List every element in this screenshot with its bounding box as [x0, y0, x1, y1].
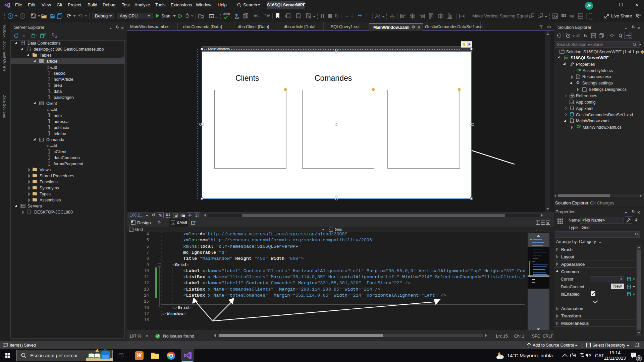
- svg-text:?: ?: [264, 14, 266, 18]
